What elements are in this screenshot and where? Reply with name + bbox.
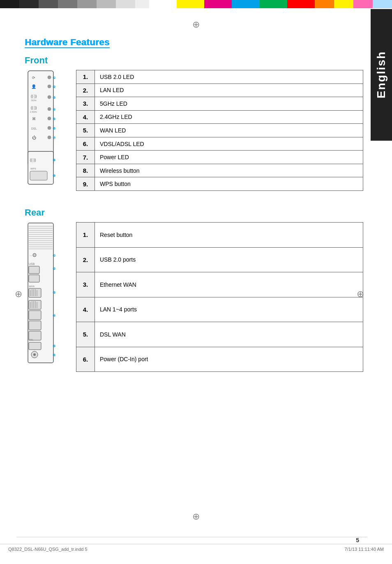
svg-point-5 (48, 85, 51, 88)
table-row: 6.VDSL/ADSL LED (76, 137, 363, 151)
svg-point-22 (48, 136, 51, 139)
svg-text:⑤: ⑤ (53, 344, 55, 348)
router-rear-diagram: ··· ① USB ② WAN ③ (25, 222, 64, 372)
router-front-diagram: ⟳ ① 👤 ② ((·)) 5GHz ③ ((·)) 2.4GHz (25, 70, 64, 191)
table-row: 3.Ethernet WAN (76, 272, 363, 297)
row-number: 2. (76, 247, 95, 272)
row-number: 1. (76, 70, 95, 84)
svg-point-19 (48, 126, 51, 130)
svg-text:2.4GHz: 2.4GHz (30, 111, 37, 113)
svg-text:⑧: ⑧ (53, 158, 55, 162)
reg-mark-bottom: ⊕ (190, 511, 202, 523)
svg-point-9 (48, 95, 51, 99)
row-desc: USB 2.0 LED (95, 70, 363, 84)
row-desc: USB 2.0 ports (95, 247, 363, 272)
rear-layout: ··· ① USB ② WAN ③ (25, 222, 363, 372)
svg-text:WAN: WAN (29, 285, 35, 288)
table-row: 1.Reset button (76, 223, 363, 248)
svg-rect-48 (29, 275, 39, 282)
row-number: 6. (76, 137, 95, 151)
row-desc: WAN LED (95, 124, 363, 137)
row-number: 1. (76, 223, 95, 248)
svg-text:④: ④ (53, 108, 55, 111)
row-number: 6. (76, 347, 95, 372)
svg-text:USB: USB (29, 262, 35, 265)
front-title: Front (25, 55, 363, 66)
reg-mark-top: ⊕ (190, 19, 202, 31)
row-number: 8. (76, 164, 95, 177)
svg-text:···: ··· (30, 254, 32, 257)
row-desc: 2.4GHz LED (95, 110, 363, 124)
row-desc: Power LED (95, 151, 363, 164)
svg-text:((·)): ((·)) (31, 94, 37, 98)
row-desc: Power (DC-In) port (95, 347, 363, 372)
svg-text:①: ① (53, 76, 55, 80)
svg-text:👤: 👤 (31, 84, 37, 89)
svg-text:②: ② (53, 85, 55, 89)
svg-point-16 (48, 117, 51, 120)
svg-text:⏻: ⏻ (32, 135, 36, 140)
row-number: 5. (76, 124, 95, 137)
table-row: 3.5GHz LED (76, 97, 363, 111)
table-row: 2.LAN LED (76, 84, 363, 97)
table-row: 6.Power (DC-In) port (76, 347, 363, 372)
language-sidebar: English (371, 9, 392, 141)
svg-text:③: ③ (53, 96, 55, 100)
svg-text:((·)): ((·)) (31, 106, 37, 110)
row-desc: Reset button (95, 223, 363, 248)
bottom-rule (16, 537, 367, 537)
footer-right: 7/1/13 11:11:40 AM (345, 547, 384, 552)
color-registration-bar (0, 0, 392, 8)
row-number: 4. (76, 110, 95, 124)
table-row: 4.2.4GHz LED (76, 110, 363, 124)
svg-rect-68 (29, 342, 41, 350)
footer: Q8322_DSL-N66U_QSG_add_tr.indd 5 7/1/13 … (0, 544, 392, 552)
svg-text:⌘: ⌘ (32, 117, 36, 121)
svg-text:((·)): ((·)) (30, 158, 36, 162)
row-desc: VDSL/ADSL LED (95, 137, 363, 151)
svg-point-72 (33, 353, 36, 356)
row-desc: LAN 1~4 ports (95, 297, 363, 322)
rear-svg: ··· ① USB ② WAN ③ (25, 222, 62, 370)
rear-spec-table: 1.Reset button2.USB 2.0 ports3.Ethernet … (76, 222, 363, 372)
svg-text:①: ① (53, 254, 55, 258)
page-number: 5 (356, 537, 359, 543)
row-desc: WPS button (95, 177, 363, 191)
front-layout: ⟳ ① 👤 ② ((·)) 5GHz ③ ((·)) 2.4GHz (25, 70, 363, 191)
row-desc: DSL WAN (95, 322, 363, 347)
row-number: 9. (76, 177, 95, 191)
table-row: 9.WPS button (76, 177, 363, 191)
row-number: 2. (76, 84, 95, 97)
svg-rect-28 (30, 171, 47, 180)
rear-section: Rear (25, 207, 363, 372)
page-title: Hardware Features (25, 37, 363, 48)
svg-text:⑦: ⑦ (53, 136, 55, 140)
table-row: 1.USB 2.0 LED (76, 70, 363, 84)
row-desc: 5GHz LED (95, 97, 363, 111)
svg-text:⑥: ⑥ (53, 353, 55, 357)
svg-point-44 (33, 253, 36, 257)
svg-text:④: ④ (53, 314, 55, 318)
svg-text:③: ③ (53, 291, 55, 295)
reg-mark-left: ⊕ (12, 288, 25, 300)
front-section: Front ⟳ ① 👤 ② ((·)) (25, 55, 363, 191)
svg-rect-47 (29, 266, 39, 274)
rear-title: Rear (25, 207, 363, 218)
svg-text:⑥: ⑥ (53, 127, 55, 130)
svg-text:5GHz: 5GHz (31, 99, 37, 102)
footer-left: Q8322_DSL-N66U_QSG_add_tr.indd 5 (8, 547, 88, 552)
table-row: 5.DSL WAN (76, 322, 363, 347)
svg-point-2 (48, 76, 51, 79)
table-row: 5.WAN LED (76, 124, 363, 137)
table-row: 7.Power LED (76, 151, 363, 164)
row-number: 4. (76, 297, 95, 322)
row-desc: LAN LED (95, 84, 363, 97)
svg-text:⑨: ⑨ (53, 174, 55, 178)
main-content: Hardware Features Front ⟳ ① 👤 ② (25, 37, 363, 375)
table-row: 2.USB 2.0 ports (76, 247, 363, 272)
row-desc: Ethernet WAN (95, 272, 363, 297)
svg-point-13 (48, 107, 51, 111)
row-number: 7. (76, 151, 95, 164)
svg-text:⟳: ⟳ (32, 76, 35, 80)
language-label: English (375, 51, 388, 98)
